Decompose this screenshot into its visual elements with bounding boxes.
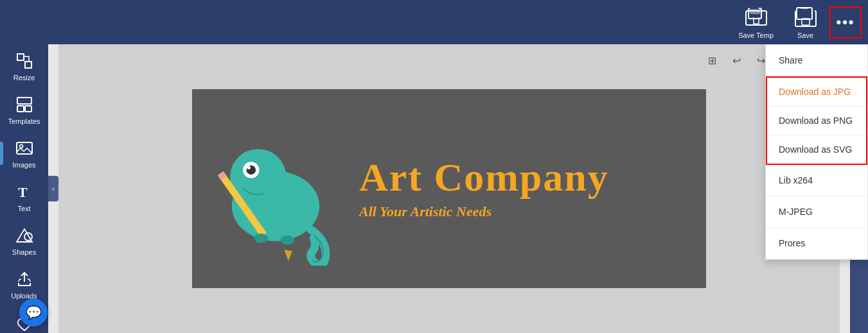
shapes-label: Shapes: [12, 248, 36, 256]
svg-marker-22: [282, 246, 296, 261]
dropdown-item-download-png[interactable]: Download as PNG: [767, 106, 866, 135]
company-name: Art Company: [359, 157, 609, 197]
svg-point-24: [254, 234, 268, 243]
grid-button[interactable]: ⊞: [702, 51, 722, 70]
save-icon: [794, 6, 817, 29]
company-tagline: All Your Artistic Needs: [359, 203, 492, 220]
templates-label: Templates: [8, 117, 40, 125]
svg-point-14: [24, 233, 32, 241]
chat-button[interactable]: 💬: [19, 298, 48, 327]
sidebar-item-shapes[interactable]: Shapes: [0, 219, 48, 262]
images-icon: [14, 138, 35, 158]
svg-point-25: [280, 235, 294, 245]
more-dots-icon: •••: [836, 14, 855, 31]
sidebar-item-images[interactable]: Images: [0, 132, 48, 175]
save-temp-icon: [745, 6, 768, 29]
download-options-group: Download as JPG Download as PNG Download…: [766, 76, 867, 165]
uploads-icon: [14, 269, 35, 289]
top-bar: Save Temp Save •••: [0, 0, 868, 44]
left-panel-toggle[interactable]: ›: [48, 176, 58, 201]
canvas-frame: Art Company All Your Artistic Needs: [192, 89, 706, 288]
svg-rect-2: [750, 8, 759, 9]
canvas-text-area: Art Company All Your Artistic Needs: [359, 157, 609, 220]
chat-icon: 💬: [26, 305, 42, 320]
sidebar-item-resize[interactable]: Resize: [0, 44, 48, 88]
images-label: Images: [12, 161, 35, 169]
dropdown-item-download-svg[interactable]: Download as SVG: [767, 135, 866, 164]
svg-rect-10: [25, 106, 31, 112]
text-label: Text: [17, 205, 30, 212]
resize-icon: [14, 51, 35, 71]
grid-icon: ⊞: [708, 55, 716, 67]
redo-icon: ↪: [757, 55, 765, 67]
svg-point-12: [19, 145, 22, 148]
sidebar-item-text[interactable]: T Text: [0, 175, 48, 219]
dropdown-item-libx264[interactable]: Lib x264: [766, 165, 867, 196]
svg-rect-9: [17, 106, 24, 112]
dropdown-item-prores[interactable]: Prores: [766, 228, 867, 259]
svg-rect-11: [17, 142, 32, 154]
sidebar-item-templates[interactable]: Templates: [0, 88, 48, 132]
svg-point-19: [247, 166, 250, 169]
resize-label: Resize: [13, 74, 35, 81]
dropdown-item-mjpeg[interactable]: M-JPEG: [766, 196, 867, 228]
left-sidebar: Resize Templates Images: [0, 44, 48, 333]
chameleon-illustration: [211, 112, 340, 266]
left-toggle-icon: ›: [52, 185, 55, 192]
save-temp-label: Save Temp: [738, 31, 774, 39]
svg-rect-7: [25, 62, 31, 68]
templates-icon: [14, 94, 35, 115]
canvas-area: ⊞ ↩ ↪ ✕: [58, 44, 840, 333]
save-button[interactable]: Save: [781, 2, 829, 43]
svg-rect-8: [17, 98, 31, 104]
svg-text:T: T: [18, 184, 28, 200]
undo-icon: ↩: [732, 55, 741, 67]
main-area: Resize Templates Images: [0, 44, 868, 333]
text-icon: T: [14, 182, 35, 202]
dropdown-item-share[interactable]: Share: [766, 45, 867, 76]
save-temp-button[interactable]: Save Temp: [731, 2, 781, 43]
dropdown-menu: Share Download as JPG Download as PNG Do…: [765, 44, 868, 260]
svg-rect-6: [17, 54, 24, 60]
undo-button[interactable]: ↩: [727, 51, 746, 70]
more-options-button[interactable]: •••: [829, 6, 862, 38]
shapes-icon: [14, 225, 35, 246]
save-label: Save: [797, 31, 813, 39]
canvas-logo-area: Art Company All Your Artistic Needs: [192, 112, 668, 266]
svg-rect-4: [801, 8, 808, 9]
sidebar-item-uploads[interactable]: Uploads: [0, 262, 48, 306]
dropdown-item-download-jpg[interactable]: Download as JPG: [767, 78, 866, 106]
svg-rect-3: [797, 8, 812, 19]
